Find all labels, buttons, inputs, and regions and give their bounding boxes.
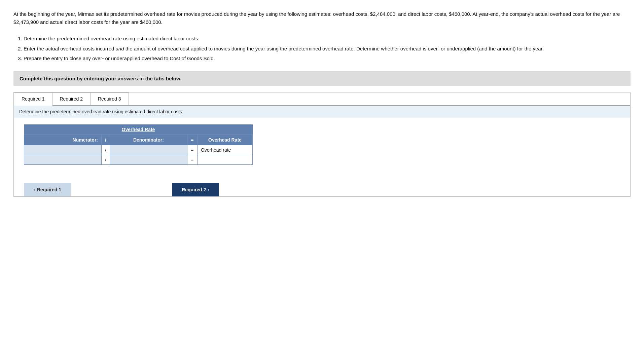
prev-arrow-icon: ‹ [33, 187, 35, 192]
table-title-row: Overhead Rate [24, 124, 253, 135]
numerator-input-cell-1[interactable] [24, 145, 102, 155]
instruction-2-italic: and [116, 46, 124, 51]
prev-button[interactable]: ‹ Required 1 [24, 183, 71, 196]
header-denominator: Denominator: [110, 135, 187, 145]
overhead-table-wrapper: Overhead Rate Numerator: / Denominator: … [14, 118, 630, 175]
intro-paragraph: At the beginning of the year, Mirmax set… [13, 10, 631, 26]
instruction-bar: Complete this question by entering your … [13, 71, 631, 86]
tab-required-1[interactable]: Required 1 [14, 92, 52, 106]
slash-cell-2: / [102, 155, 110, 164]
denominator-input-1[interactable] [110, 145, 187, 155]
tabs-row: Required 1 Required 2 Required 3 [14, 92, 630, 106]
denominator-input-cell-2[interactable] [110, 155, 187, 164]
denominator-input-2[interactable] [110, 155, 187, 164]
numerator-input-1[interactable] [24, 145, 101, 155]
result-cell-2 [197, 155, 252, 164]
table-title: Overhead Rate [24, 124, 253, 135]
tabs-container: Required 1 Required 2 Required 3 Determi… [13, 92, 631, 197]
nav-buttons: ‹ Required 1 Required 2 › [24, 183, 219, 196]
next-button[interactable]: Required 2 › [172, 183, 219, 196]
tab-required-2[interactable]: Required 2 [52, 92, 91, 105]
prev-button-label: Required 1 [37, 187, 61, 192]
table-header-row: Numerator: / Denominator: = Overhead Rat… [24, 135, 253, 145]
equals-cell-2: = [187, 155, 197, 164]
header-result: Overhead Rate [197, 135, 252, 145]
instructions-list: Determine the predetermined overhead rat… [24, 34, 631, 63]
tab-description: Determine the predetermined overhead rat… [14, 106, 630, 118]
denominator-input-cell-1[interactable] [110, 145, 187, 155]
instruction-2-part1: Enter the actual overhead costs incurred [24, 46, 116, 51]
table-data-row-2: / = [24, 155, 253, 164]
header-numerator: Numerator: [24, 135, 102, 145]
next-arrow-icon: › [208, 187, 210, 192]
instruction-1: Determine the predetermined overhead rat… [24, 34, 631, 43]
tab-required-3[interactable]: Required 3 [90, 92, 129, 105]
table-data-row-1: / = Overhead rate [24, 145, 253, 155]
next-button-label: Required 2 [182, 187, 206, 192]
slash-cell-1: / [102, 145, 110, 155]
overhead-rate-table: Overhead Rate Numerator: / Denominator: … [24, 124, 253, 165]
result-cell-1: Overhead rate [197, 145, 252, 155]
header-equals: = [187, 135, 197, 145]
tab-content: Determine the predetermined overhead rat… [14, 106, 630, 196]
instruction-2-part2: the amount of overhead cost applied to m… [124, 46, 544, 51]
instruction-2: Enter the actual overhead costs incurred… [24, 44, 631, 53]
numerator-input-cell-2[interactable] [24, 155, 102, 164]
numerator-input-2[interactable] [24, 155, 101, 164]
instruction-3: Prepare the entry to close any over- or … [24, 54, 631, 63]
header-slash: / [102, 135, 110, 145]
equals-cell-1: = [187, 145, 197, 155]
